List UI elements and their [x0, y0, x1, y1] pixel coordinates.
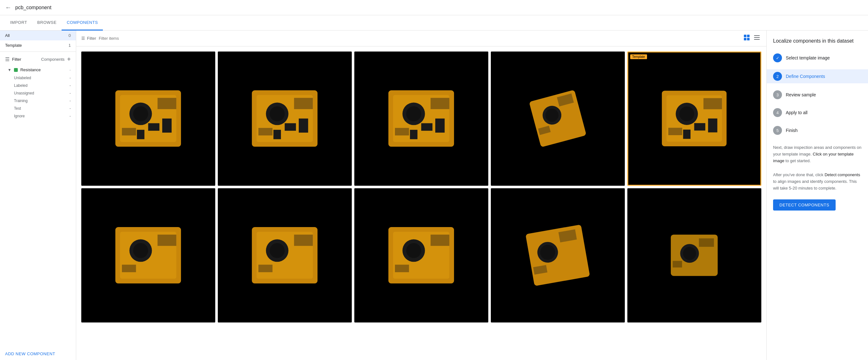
image-item-1[interactable] — [81, 52, 215, 186]
grid-view-button[interactable] — [742, 33, 751, 44]
training-dash: - — [69, 99, 71, 103]
subitem-test[interactable]: Test - — [0, 105, 76, 112]
step-4-circle: 4 — [773, 108, 782, 117]
list-icon — [754, 36, 760, 42]
image-item-5-template[interactable]: Template — [627, 52, 761, 186]
svg-rect-2 — [744, 38, 746, 40]
view-toggle — [742, 33, 761, 44]
svg-point-21 — [270, 107, 285, 121]
step-3-number: 3 — [776, 92, 778, 97]
step-2-number: 2 — [776, 74, 778, 79]
step-1-checkmark: ✓ — [776, 56, 779, 60]
step-5[interactable]: 5 Finish — [773, 124, 862, 137]
step-4[interactable]: 4 Apply to all — [773, 106, 862, 119]
svg-rect-6 — [754, 39, 760, 40]
list-view-button[interactable] — [752, 33, 761, 44]
ignore-dash: - — [69, 114, 71, 118]
all-label: All — [5, 33, 9, 38]
subitem-ignore[interactable]: Ignore - — [0, 112, 76, 120]
subitem-unlabeled[interactable]: Unlabeled - — [0, 74, 76, 82]
nav-tabs: IMPORT BROWSE COMPONENTS — [0, 15, 868, 30]
svg-rect-0 — [744, 35, 746, 37]
filter-toolbar-icon: ☰ — [81, 36, 85, 41]
filter-sublabel: Components — [41, 57, 65, 62]
svg-rect-50 — [683, 130, 690, 139]
svg-point-83 — [683, 247, 696, 260]
svg-rect-36 — [435, 119, 445, 133]
image-item-6[interactable] — [81, 188, 215, 323]
step-4-number: 4 — [776, 110, 778, 115]
svg-rect-5 — [754, 37, 760, 38]
component-resistance[interactable]: ▼ Resistance - — [0, 65, 76, 74]
pcb-image-10 — [627, 188, 761, 323]
svg-rect-4 — [754, 35, 760, 36]
tab-components[interactable]: COMPONENTS — [62, 15, 103, 30]
pcb-image-6 — [81, 188, 215, 323]
subitem-labeled[interactable]: Labeled - — [0, 82, 76, 89]
sidebar-all[interactable]: All 0 — [0, 30, 76, 40]
svg-rect-34 — [410, 130, 418, 139]
ignore-label: Ignore — [14, 114, 25, 118]
top-bar: ← pcb_component — [0, 0, 868, 15]
add-filter-button[interactable]: + — [67, 56, 71, 63]
svg-rect-51 — [694, 123, 706, 131]
step-2[interactable]: 2 Define Components — [767, 69, 868, 83]
filter-toolbar-label: Filter — [87, 36, 96, 41]
pcb-image-4 — [491, 52, 625, 186]
resistance-dot — [14, 68, 18, 72]
svg-rect-16 — [162, 119, 172, 133]
template-badge: Template — [630, 54, 647, 59]
unlabeled-label: Unlabeled — [14, 76, 31, 80]
test-dash: - — [69, 106, 71, 111]
image-item-7[interactable] — [218, 188, 352, 323]
tab-browse[interactable]: BROWSE — [32, 15, 62, 30]
step-1[interactable]: ✓ Select template image — [773, 52, 862, 64]
detect-components-button[interactable]: DETECT COMPONENTS — [773, 199, 836, 211]
add-new-component-button[interactable]: ADD NEW COMPONENT — [0, 348, 76, 360]
description-text-1: Next, draw inspection areas and componen… — [773, 144, 862, 164]
pcb-image-7 — [218, 188, 352, 323]
image-item-8[interactable] — [354, 188, 488, 323]
svg-point-57 — [133, 243, 148, 258]
tab-import[interactable]: IMPORT — [5, 15, 32, 30]
pcb-image-9 — [491, 188, 625, 323]
back-icon: ← — [5, 4, 11, 11]
pcb-image-5 — [628, 53, 761, 185]
toolbar-filter: ☰ Filter — [81, 36, 96, 41]
step-3-circle: 3 — [773, 90, 782, 99]
step-5-number: 5 — [776, 128, 778, 133]
subitem-unassigned[interactable]: Unassigned - — [0, 89, 76, 97]
image-item-10[interactable] — [627, 188, 761, 323]
image-item-9[interactable] — [491, 188, 625, 323]
svg-rect-32 — [395, 128, 409, 136]
training-label: Training — [14, 99, 28, 103]
image-item-4[interactable] — [491, 52, 625, 186]
unassigned-label: Unassigned — [14, 91, 34, 95]
step-3[interactable]: 3 Review sample — [773, 88, 862, 101]
svg-rect-72 — [395, 265, 409, 273]
svg-rect-84 — [673, 261, 682, 268]
subitem-training[interactable]: Training - — [0, 97, 76, 105]
svg-rect-35 — [421, 123, 432, 131]
back-button[interactable]: ← — [5, 4, 11, 11]
sidebar-template[interactable]: Template 1 — [0, 40, 76, 50]
sidebar-divider — [0, 52, 76, 52]
step-1-label: Select template image — [786, 55, 830, 60]
image-item-3[interactable] — [354, 52, 488, 186]
pcb-image-1 — [81, 52, 215, 186]
image-item-2[interactable] — [218, 52, 352, 186]
svg-point-71 — [406, 243, 421, 258]
pcb-image-8 — [354, 188, 488, 323]
step-2-label: Define Components — [786, 74, 825, 79]
svg-rect-15 — [148, 123, 159, 131]
svg-rect-26 — [299, 119, 308, 133]
unassigned-dash: - — [69, 91, 71, 95]
filter-input[interactable] — [99, 36, 740, 41]
description-text-2: After you've done that, click Detect com… — [773, 172, 862, 191]
step-3-label: Review sample — [786, 92, 816, 97]
svg-rect-52 — [708, 119, 717, 133]
step-5-label: Finish — [786, 128, 798, 133]
filter-header: ☰ Filter Components + — [0, 53, 76, 65]
svg-rect-33 — [431, 98, 450, 109]
unlabeled-dash: - — [69, 76, 71, 80]
